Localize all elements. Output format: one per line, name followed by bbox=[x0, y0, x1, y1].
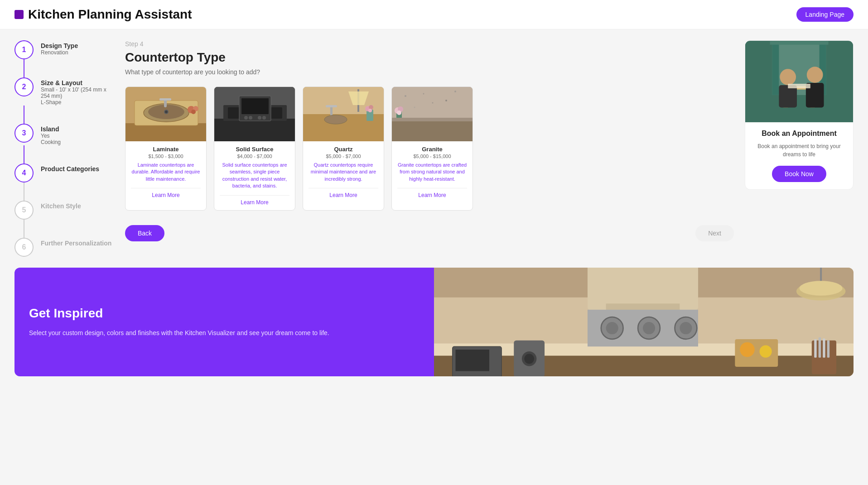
svg-rect-90 bbox=[823, 339, 825, 358]
svg-rect-53 bbox=[770, 41, 829, 45]
step-1-info: Design Type Renovation bbox=[41, 40, 78, 56]
svg-point-82 bbox=[740, 342, 755, 357]
sidebar-step-6: 6 Further Personalization bbox=[14, 238, 114, 257]
step-1-row: 1 Design Type Renovation bbox=[14, 40, 114, 59]
card-solid-surface[interactable]: Solid Surface $4,000 - $7,000 Solid surf… bbox=[214, 86, 295, 211]
step-1-sublabel: Renovation bbox=[41, 49, 78, 56]
appointment-title: Book an Appointment bbox=[752, 130, 846, 138]
svg-rect-8 bbox=[159, 98, 171, 101]
connector-1 bbox=[24, 59, 24, 77]
svg-point-59 bbox=[807, 67, 823, 83]
connector-3 bbox=[24, 145, 24, 163]
card-solid-price: $4,000 - $7,000 bbox=[220, 154, 289, 159]
sidebar-step-4: 4 Product Categories bbox=[14, 163, 114, 201]
step-5-label: Kitchen Style bbox=[41, 202, 81, 210]
sidebar-step-3: 3 Island Yes Cooking bbox=[14, 124, 114, 163]
step-4-circle: 4 bbox=[14, 163, 34, 182]
step-6-row: 6 Further Personalization bbox=[14, 238, 114, 257]
step-1-label: Design Type bbox=[41, 42, 78, 49]
svg-rect-13 bbox=[214, 119, 295, 141]
card-laminate-price: $1,500 - $3,000 bbox=[131, 154, 201, 159]
connector-2 bbox=[24, 106, 24, 124]
svg-point-21 bbox=[258, 116, 261, 120]
svg-rect-89 bbox=[819, 337, 821, 358]
svg-rect-48 bbox=[392, 121, 473, 141]
sidebar-step-1: 1 Design Type Renovation bbox=[14, 40, 114, 77]
svg-rect-58 bbox=[779, 85, 797, 108]
card-quartz-desc: Quartz countertops require minimal maint… bbox=[309, 162, 378, 182]
card-laminate-desc: Laminate countertops are durable. Afford… bbox=[131, 162, 201, 182]
svg-rect-1 bbox=[125, 123, 206, 141]
main-layout: 1 Design Type Renovation 2 Size & Layout… bbox=[0, 29, 868, 268]
svg-rect-29 bbox=[326, 105, 337, 107]
card-solid-name: Solid Surface bbox=[220, 146, 289, 153]
svg-point-83 bbox=[760, 346, 772, 358]
svg-point-34 bbox=[368, 109, 372, 112]
svg-point-6 bbox=[165, 110, 168, 113]
step-6-circle: 6 bbox=[14, 238, 34, 257]
step-4-info: Product Categories bbox=[41, 163, 99, 173]
card-granite-name: Granite bbox=[397, 146, 467, 153]
step-indicator: Step 4 bbox=[125, 40, 734, 48]
svg-point-80 bbox=[680, 322, 692, 334]
svg-point-41 bbox=[454, 91, 456, 92]
card-quartz-image bbox=[303, 87, 384, 141]
connector-4 bbox=[24, 182, 24, 201]
card-laminate-link[interactable]: Learn More bbox=[131, 188, 201, 198]
svg-point-57 bbox=[780, 69, 796, 85]
svg-point-42 bbox=[432, 102, 434, 104]
card-solid-body: Solid Surface $4,000 - $7,000 Solid surf… bbox=[214, 141, 295, 210]
card-quartz-name: Quartz bbox=[309, 146, 378, 153]
step-3-sublabel1: Yes bbox=[41, 133, 61, 139]
card-solid-link[interactable]: Learn More bbox=[220, 195, 289, 206]
book-now-button[interactable]: Book Now bbox=[772, 166, 826, 182]
app-logo-icon bbox=[14, 10, 24, 19]
card-quartz[interactable]: Quartz $5,000 - $7,000 Quartz countertop… bbox=[303, 86, 384, 211]
step-2-info: Size & Layout Small - 10' x 10' (254 mm … bbox=[41, 77, 114, 106]
sidebar-step-5: 5 Kitchen Style bbox=[14, 201, 114, 238]
section-title: Countertop Type bbox=[125, 50, 734, 65]
inspired-desc: Select your custom design, colors and fi… bbox=[29, 328, 420, 338]
back-button[interactable]: Back bbox=[125, 225, 164, 241]
svg-point-40 bbox=[414, 107, 415, 108]
card-quartz-link[interactable]: Learn More bbox=[309, 188, 378, 198]
svg-point-19 bbox=[244, 116, 248, 120]
card-laminate-image bbox=[125, 87, 206, 141]
step-2-row: 2 Size & Layout Small - 10' x 10' (254 m… bbox=[14, 77, 114, 106]
next-button[interactable]: Next bbox=[695, 225, 734, 241]
card-laminate[interactable]: Laminate $1,500 - $3,000 Laminate counte… bbox=[125, 86, 207, 211]
step-3-info: Island Yes Cooking bbox=[41, 124, 61, 145]
appointment-card: Book an Appointment Book an appointment … bbox=[745, 40, 854, 190]
svg-point-73 bbox=[524, 354, 534, 364]
step-3-circle: 3 bbox=[14, 124, 34, 143]
svg-rect-70 bbox=[455, 350, 489, 371]
connector-5 bbox=[24, 220, 24, 238]
card-granite-link[interactable]: Learn More bbox=[397, 188, 467, 198]
header-left: Kitchen Planning Assistant bbox=[14, 7, 192, 22]
card-granite-image bbox=[392, 87, 473, 141]
step-3-sublabel2: Cooking bbox=[41, 139, 61, 145]
card-granite-price: $5,000 - $15,000 bbox=[397, 154, 467, 159]
step-5-info: Kitchen Style bbox=[41, 201, 81, 210]
svg-rect-61 bbox=[788, 84, 810, 88]
svg-rect-65 bbox=[588, 268, 698, 310]
svg-point-30 bbox=[324, 115, 347, 124]
card-quartz-price: $5,000 - $7,000 bbox=[309, 154, 378, 159]
svg-point-20 bbox=[249, 116, 252, 120]
svg-point-39 bbox=[445, 100, 447, 101]
inspired-right bbox=[434, 268, 854, 376]
header: Kitchen Planning Assistant Landing Page bbox=[0, 0, 868, 29]
sidebar-step-2: 2 Size & Layout Small - 10' x 10' (254 m… bbox=[14, 77, 114, 124]
card-laminate-body: Laminate $1,500 - $3,000 Laminate counte… bbox=[125, 141, 206, 203]
landing-page-button[interactable]: Landing Page bbox=[796, 7, 854, 22]
right-panel: Book an Appointment Book an appointment … bbox=[745, 40, 854, 257]
sidebar: 1 Design Type Renovation 2 Size & Layout… bbox=[14, 40, 114, 257]
svg-rect-47 bbox=[392, 118, 473, 121]
svg-point-76 bbox=[606, 322, 618, 334]
svg-point-46 bbox=[397, 110, 401, 115]
card-granite[interactable]: Granite $5,000 - $15,000 Granite counter… bbox=[391, 86, 473, 211]
inspired-title: Get Inspired bbox=[29, 306, 420, 321]
card-laminate-name: Laminate bbox=[131, 146, 201, 153]
inspired-left: Get Inspired Select your custom design, … bbox=[14, 268, 434, 376]
step-2-circle: 2 bbox=[14, 77, 34, 96]
